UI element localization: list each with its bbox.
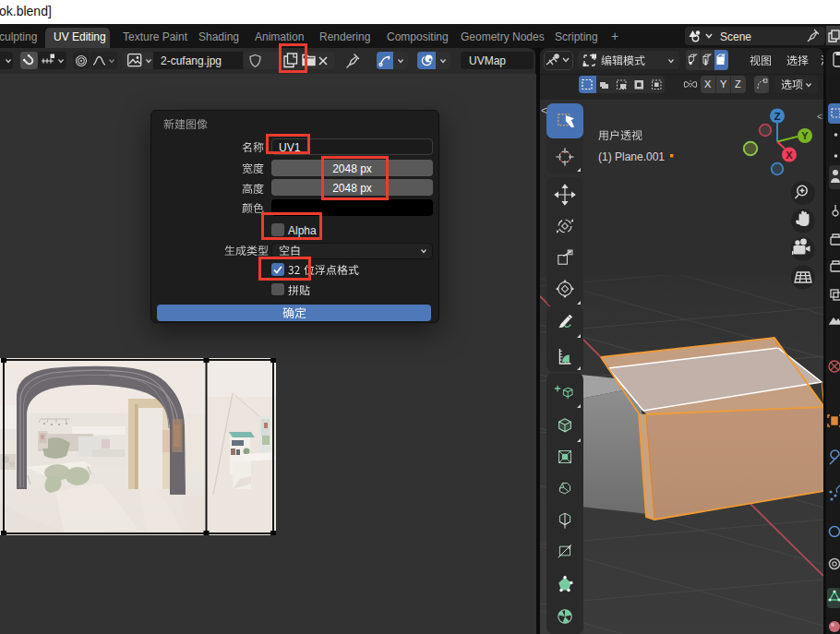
svg-text:Z: Z (774, 111, 781, 122)
svg-text:X: X (786, 150, 793, 161)
svg-text:Y: Y (801, 130, 809, 141)
svg-text:<: < (817, 112, 822, 122)
